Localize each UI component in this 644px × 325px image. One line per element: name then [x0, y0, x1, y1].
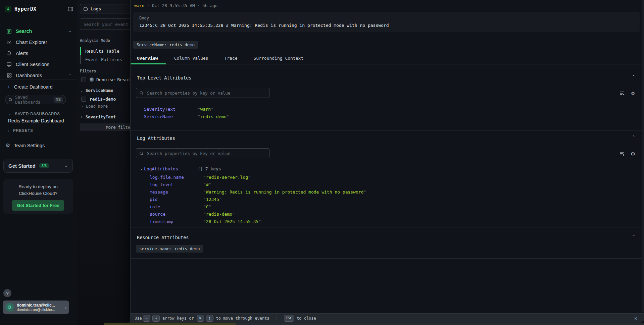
tree-caret-icon[interactable]: ▾ [141, 167, 142, 171]
attribute-key[interactable]: timestamp [150, 219, 173, 224]
sidebar-divider [0, 79, 77, 80]
kbd-j: j [206, 315, 213, 322]
gear-icon[interactable]: ⚙ [631, 151, 635, 157]
attribute-value[interactable]: Warning: Redis is running in protected m… [203, 189, 366, 195]
filter-group-servicename[interactable]: ⌄ ServiceName [81, 88, 113, 93]
load-more-button[interactable]: › Load more [81, 104, 108, 109]
promo-line-1: Ready to deploy on [3, 183, 73, 190]
attribute-value[interactable]: redis-server.log [203, 175, 251, 180]
keys-count-badge: {}7 keys [198, 166, 221, 171]
gear-icon[interactable]: ⚙ [631, 91, 635, 97]
section-tools: ⚙ [620, 151, 635, 157]
help-button[interactable]: ? [3, 289, 11, 297]
event-timestamp: · Oct 28 9:55:35 AM · 5h ago [147, 3, 218, 8]
collapse-section-icon[interactable]: ⌃ [632, 234, 635, 239]
attribute-root-key[interactable]: LogAttributes [144, 166, 178, 171]
saved-dashboards-section-toggle[interactable]: ⌄ SAVED DASHBOARDS [8, 112, 60, 116]
chevron-right-icon: › [81, 115, 83, 119]
section-tools: ⚙ [620, 91, 635, 97]
top-level-search[interactable] [136, 88, 269, 98]
tab-trace[interactable]: Trace [216, 53, 245, 64]
attribute-key[interactable]: pid [150, 197, 157, 202]
section-divider [131, 130, 644, 130]
tab-surrounding-context[interactable]: Surrounding Context [246, 53, 312, 64]
section-title-resource: Resource Attributes [137, 235, 189, 240]
denoise-results-row[interactable]: Denoise Results [81, 77, 136, 82]
attribute-key[interactable]: SeverityText [144, 107, 176, 112]
attribute-value[interactable]: # [203, 182, 211, 187]
create-dashboard-button[interactable]: + Create Dashboard [7, 84, 52, 90]
wrap-text-icon[interactable] [620, 151, 625, 157]
get-started-free-button[interactable]: Get Started for Free [12, 200, 64, 211]
attribute-value[interactable]: warn [198, 107, 213, 112]
source-label: Logs [91, 6, 101, 11]
plus-icon: + [7, 84, 10, 90]
scrollbar[interactable] [642, 0, 644, 312]
filter-value-redis-demo[interactable]: redis-demo [81, 97, 116, 102]
chevron-right-icon: › [81, 105, 83, 108]
event-detail-drawer: warn · Oct 28 9:55:35 AM · 5h ago Body 1… [130, 0, 644, 323]
attribute-value[interactable]: redis-demo [203, 212, 235, 217]
footer-arrows-text: arrow keys or [162, 316, 194, 321]
sidebar-item-client-sessions[interactable]: Client Sessions [0, 59, 77, 70]
hyperdx-logo-icon [5, 6, 11, 12]
collapse-sidebar-icon[interactable] [68, 6, 73, 12]
top-level-search-input[interactable] [146, 90, 266, 96]
user-lines: dominic.tran@clic... dominic.tran@clickh… [17, 303, 64, 312]
attribute-value[interactable]: 28 Oct 2025 14:55:35 [203, 219, 261, 224]
kbd-k: k [197, 315, 204, 322]
collapse-section-icon[interactable]: ⌃ [632, 135, 635, 140]
load-more-label: Load more [86, 104, 108, 109]
tab-overview[interactable]: Overview [131, 53, 166, 64]
wrap-text-icon[interactable] [620, 91, 625, 97]
redis-demo-checkbox[interactable] [81, 97, 86, 102]
presets-section-toggle[interactable]: › PRESETS [8, 128, 33, 132]
get-started-card[interactable]: Get Started 3/3 ⌄ [3, 159, 73, 173]
log-attrs-search[interactable] [136, 148, 269, 158]
footer-use-text: Use [135, 316, 142, 321]
section-title-top-level: Top Level Attributes [137, 75, 192, 80]
chart-icon [6, 39, 12, 45]
attribute-key[interactable]: log_level [150, 182, 173, 187]
filter-group-label: ServiceName [86, 88, 113, 93]
sidebar-item-chart-explorer[interactable]: Chart Explorer [0, 37, 77, 48]
dashboard-link-redis-example[interactable]: Redis Example Dashboard [8, 118, 64, 123]
attribute-key[interactable]: source [150, 212, 165, 217]
body-text: 12345:C 28 Oct 2025 14:55:35.228 # Warni… [139, 23, 634, 28]
attribute-key[interactable]: role [150, 204, 160, 209]
kbd-esc: ESC [284, 315, 294, 322]
attribute-value[interactable]: C [203, 204, 211, 209]
logs-source-icon [83, 6, 88, 11]
attribute-key[interactable]: log.file.name [150, 175, 184, 180]
drawer-footer: Use ← → arrow keys or k j to move throug… [131, 313, 644, 323]
saved-dashboards-search[interactable]: Saved Dashboards ⌘K [5, 95, 66, 104]
sidebar-item-search[interactable]: Search ⌄ [0, 25, 77, 37]
saved-dashboards-placeholder: Saved Dashboards [15, 95, 54, 105]
filter-group-label: SeverityText [86, 114, 116, 119]
attribute-key[interactable]: message [150, 189, 168, 195]
filter-group-severitytext[interactable]: › SeverityText [81, 114, 116, 119]
team-settings-button[interactable]: ⚙ Team Settings [5, 142, 45, 149]
attribute-value[interactable]: redis-demo [198, 114, 229, 119]
filter-value-label: redis-demo [90, 97, 116, 102]
create-dashboard-label: Create Dashboard [14, 84, 52, 90]
resource-tag-chip[interactable]: service.name: redis-demo [136, 245, 203, 253]
user-email: dominic.tran@clickho... [17, 308, 64, 312]
sidebar-item-label: Dashboards [16, 73, 42, 78]
search-nav-icon [6, 28, 12, 34]
braces-icon: {} [198, 166, 203, 171]
service-tag-chip[interactable]: ServiceName: redis-demo [133, 41, 198, 49]
detail-tabs: Overview Column Values Trace Surrounding… [131, 53, 644, 64]
log-attrs-search-input[interactable] [146, 151, 266, 156]
close-icon[interactable]: ✕ [634, 315, 637, 321]
sidebar-item-alerts[interactable]: Alerts [0, 48, 77, 59]
user-account-button[interactable]: D dominic.tran@clic... dominic.tran@clic… [3, 301, 69, 314]
chevron-down-icon: ⌄ [8, 112, 11, 116]
dashboards-grid-icon [6, 72, 12, 78]
tab-column-values[interactable]: Column Values [166, 53, 216, 64]
attribute-key[interactable]: ServiceName [144, 114, 173, 119]
collapse-section-icon[interactable]: ⌃ [632, 74, 635, 79]
denoise-checkbox[interactable] [81, 77, 86, 82]
body-panel: Body 12345:C 28 Oct 2025 14:55:35.228 # … [133, 12, 640, 32]
attribute-value[interactable]: 12345 [203, 197, 222, 202]
